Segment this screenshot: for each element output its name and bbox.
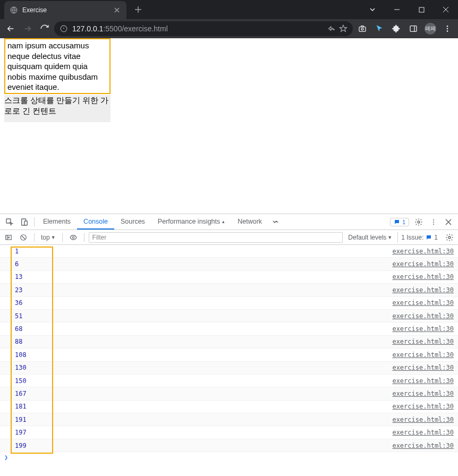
browser-tab[interactable]: Exercise: [4, 1, 126, 19]
close-devtools-icon[interactable]: [441, 214, 456, 230]
console-row[interactable]: 167exercise.html:30: [0, 387, 458, 400]
svg-rect-3: [359, 27, 366, 32]
console-row[interactable]: 36exercise.html:30: [0, 297, 458, 310]
tab-console[interactable]: Console: [77, 214, 114, 230]
console-value: 6: [15, 260, 19, 268]
side-panel-icon[interactable]: [406, 21, 421, 36]
device-toggle-icon[interactable]: [17, 214, 32, 230]
console-row[interactable]: 68exercise.html:30: [0, 322, 458, 335]
console-row[interactable]: 88exercise.html:30: [0, 336, 458, 348]
svg-rect-1: [419, 7, 424, 12]
issues-button[interactable]: 1 Issue: 1: [397, 232, 441, 243]
context-selector[interactable]: top▼: [39, 234, 58, 241]
svg-point-18: [72, 236, 74, 239]
inspect-icon[interactable]: [2, 214, 17, 230]
log-levels-selector[interactable]: Default levels▼: [345, 234, 395, 241]
tab-sources[interactable]: Sources: [114, 214, 151, 230]
minimize-button[interactable]: [385, 0, 409, 19]
console-source-link[interactable]: exercise.html:30: [392, 351, 454, 359]
tab-search-button[interactable]: [360, 0, 385, 19]
svg-point-14: [433, 222, 434, 223]
share-icon[interactable]: [327, 24, 336, 33]
site-info-icon[interactable]: [60, 24, 68, 33]
console-settings-icon[interactable]: [443, 231, 456, 244]
menu-icon[interactable]: [440, 21, 455, 36]
tab-elements[interactable]: Elements: [37, 214, 77, 230]
console-toolbar: top▼ Filter Default levels▼ 1 Issue: 1: [0, 230, 458, 245]
tab-network[interactable]: Network: [231, 214, 268, 230]
globe-icon: [10, 6, 18, 14]
svg-point-19: [448, 236, 451, 239]
console-source-link[interactable]: exercise.html:30: [392, 325, 454, 333]
console-row[interactable]: 191exercise.html:30: [0, 413, 458, 426]
forward-button[interactable]: [20, 21, 35, 36]
svg-point-15: [433, 224, 434, 225]
more-tabs-icon[interactable]: [268, 214, 283, 230]
console-value: 88: [15, 338, 22, 345]
console-prompt[interactable]: ❯: [0, 452, 458, 463]
devtools-tabbar: Elements Console Sources Performance ins…: [0, 214, 458, 230]
console-source-link[interactable]: exercise.html:30: [392, 273, 454, 280]
cursor-extension-icon[interactable]: [372, 21, 387, 36]
console-source-link[interactable]: exercise.html:30: [392, 338, 454, 345]
close-window-button[interactable]: [434, 0, 458, 19]
browser-titlebar: Exercise: [0, 0, 458, 19]
close-tab-button[interactable]: [113, 6, 121, 14]
bookmark-icon[interactable]: [339, 24, 347, 33]
svg-point-8: [447, 30, 448, 32]
console-source-link[interactable]: exercise.html:30: [392, 364, 454, 371]
console-row[interactable]: 51exercise.html:30: [0, 310, 458, 322]
console-source-link[interactable]: exercise.html:30: [392, 442, 454, 449]
filter-input[interactable]: Filter: [89, 232, 343, 243]
console-row[interactable]: 6exercise.html:30: [0, 258, 458, 270]
live-expression-icon[interactable]: [67, 231, 80, 244]
console-source-link[interactable]: exercise.html:30: [392, 299, 454, 307]
console-row[interactable]: 13exercise.html:30: [0, 271, 458, 284]
console-value: 197: [15, 429, 27, 436]
settings-icon[interactable]: [411, 214, 426, 230]
svg-point-13: [433, 219, 434, 220]
console-row[interactable]: 23exercise.html:30: [0, 284, 458, 296]
console-source-link[interactable]: exercise.html:30: [392, 416, 454, 423]
console-row[interactable]: 1exercise.html:30: [0, 245, 458, 258]
console-row[interactable]: 130exercise.html:30: [0, 362, 458, 375]
kebab-menu-icon[interactable]: [426, 214, 441, 230]
console-row[interactable]: 150exercise.html:30: [0, 375, 458, 387]
overflow-text: 스크롤 상태를 만들기 위한 가로로 긴 컨텐트: [4, 95, 111, 122]
console-value: 1: [15, 248, 19, 255]
maximize-button[interactable]: [409, 0, 434, 19]
svg-point-6: [447, 26, 448, 27]
svg-rect-5: [410, 26, 417, 32]
svg-rect-11: [24, 221, 27, 225]
console-source-link[interactable]: exercise.html:30: [392, 312, 454, 320]
profile-avatar[interactable]: 페페: [423, 21, 438, 36]
console-source-link[interactable]: exercise.html:30: [392, 260, 454, 268]
error-count-badge[interactable]: 1: [390, 218, 409, 226]
extensions-icon[interactable]: [389, 21, 404, 36]
console-value: 167: [15, 390, 27, 397]
console-row[interactable]: 108exercise.html:30: [0, 348, 458, 361]
console-source-link[interactable]: exercise.html:30: [392, 377, 454, 385]
tab-performance-insights[interactable]: Performance insights▴: [151, 214, 231, 230]
console-source-link[interactable]: exercise.html:30: [392, 248, 454, 255]
console-row[interactable]: 181exercise.html:30: [0, 401, 458, 413]
console-source-link[interactable]: exercise.html:30: [392, 403, 454, 410]
clear-console-icon[interactable]: [17, 231, 30, 244]
console-source-link[interactable]: exercise.html:30: [392, 390, 454, 397]
console-row[interactable]: 199exercise.html:30: [0, 439, 458, 452]
console-source-link[interactable]: exercise.html:30: [392, 286, 454, 294]
reload-button[interactable]: [37, 21, 52, 36]
toggle-sidebar-icon[interactable]: [2, 231, 15, 244]
camera-extension-icon[interactable]: [355, 21, 370, 36]
tab-title: Exercise: [22, 6, 108, 14]
console-value: 23: [15, 286, 22, 294]
console-source-link[interactable]: exercise.html:30: [392, 429, 454, 436]
svg-point-12: [418, 221, 420, 223]
console-value: 181: [15, 403, 27, 410]
console-row[interactable]: 197exercise.html:30: [0, 426, 458, 439]
address-bar[interactable]: 127.0.0.1:5500/exercise.html: [54, 21, 353, 36]
new-tab-button[interactable]: [131, 2, 146, 17]
console-value: 199: [15, 442, 27, 449]
back-button[interactable]: [3, 21, 18, 36]
highlighted-text-box: nam ipsum accusamus neque delectus vitae…: [4, 38, 111, 94]
